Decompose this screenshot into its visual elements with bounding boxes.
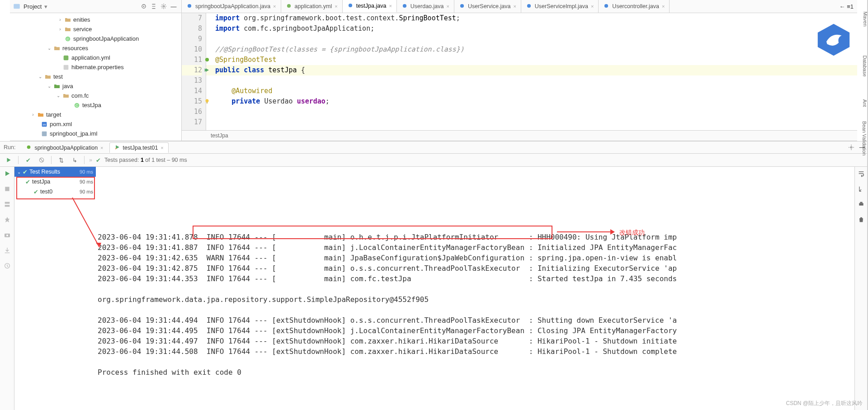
code-line[interactable]: @Autowired xyxy=(206,86,857,96)
code-line[interactable] xyxy=(206,75,857,86)
tree-folder-service[interactable]: ›service xyxy=(10,24,181,34)
svg-point-14 xyxy=(287,4,290,7)
toggle-passed-button[interactable]: ✔ xyxy=(23,155,33,165)
test-folder-icon xyxy=(53,83,61,90)
console-line: 2023-06-04 19:31:42.875 INFO 17644 --- [… xyxy=(98,263,854,273)
close-icon[interactable]: × xyxy=(100,145,103,151)
close-icon[interactable]: × xyxy=(273,4,276,9)
code-line[interactable] xyxy=(206,117,857,127)
editor-tab[interactable]: springbootJpaApplication.java× xyxy=(182,0,281,13)
tree-file-iml[interactable]: springboot_jpa.iml xyxy=(10,129,181,138)
bulb-icon[interactable] xyxy=(204,98,210,104)
stop-icon[interactable] xyxy=(2,184,12,194)
tree-file-pom[interactable]: mpom.xml xyxy=(10,119,181,129)
collapse-button[interactable] xyxy=(149,1,159,11)
project-tree[interactable]: ›enities ›service CspringbootJpaApplicat… xyxy=(10,13,181,141)
stripe-bean[interactable]: Bean Validation xyxy=(862,121,867,156)
svg-text:C: C xyxy=(75,103,78,107)
tab-label: testJpa.java xyxy=(356,3,387,9)
editor-tab[interactable]: UserServiceImpl.java× xyxy=(521,0,599,13)
tree-file-testjpa[interactable]: CtestJpa xyxy=(10,100,181,110)
console-line: 2023-06-04 19:31:44.494 INFO 17644 --- [… xyxy=(98,315,854,325)
folder-icon xyxy=(37,111,44,118)
editor-tab[interactable]: application.yml× xyxy=(281,0,343,13)
console-line: 2023-06-04 19:31:44.353 INFO 17644 --- [… xyxy=(98,273,854,284)
editor-pane: springbootJpaApplication.java×applicatio… xyxy=(182,0,857,141)
console-line: 2023-06-04 19:31:41.887 INFO 17644 --- [… xyxy=(98,242,854,253)
stripe-maven[interactable]: Maven xyxy=(862,11,868,26)
close-icon[interactable]: × xyxy=(389,3,392,9)
tree-folder-resources[interactable]: ⌄resources xyxy=(10,43,181,53)
yaml-icon xyxy=(62,54,70,61)
expand-button[interactable]: ↳ xyxy=(70,155,80,165)
tree-folder-test[interactable]: ⌄test xyxy=(10,72,181,81)
tree-folder-java[interactable]: ⌄java xyxy=(10,81,181,91)
code-line[interactable]: public class testJpa { xyxy=(206,65,857,75)
tabs-overflow[interactable]: ← ≡1 xyxy=(840,3,854,10)
tree-folder-target[interactable]: ›target xyxy=(10,110,181,119)
test-tree[interactable]: ⌄✔Test Results90 ms✔testJpa90 ms✔test090… xyxy=(14,167,96,410)
test-tree-row[interactable]: ✔test090 ms xyxy=(14,187,96,197)
run-tab[interactable]: testJpa.test01× xyxy=(109,142,169,153)
hide-button[interactable]: — xyxy=(169,1,179,11)
console-output[interactable]: 改错成功 2023-06-04 19:31:41.878 INFO 17644 … xyxy=(96,167,854,410)
test-tree-row[interactable]: ✔testJpa90 ms xyxy=(14,177,96,187)
sort-button[interactable]: ⇅ xyxy=(56,155,66,165)
close-icon[interactable]: × xyxy=(446,4,449,9)
editor-tab[interactable]: testJpa.java× xyxy=(343,0,397,13)
clear-icon[interactable] xyxy=(856,215,866,225)
run-config-icon xyxy=(114,144,120,151)
close-icon[interactable]: × xyxy=(662,4,665,9)
pin-icon[interactable] xyxy=(2,215,12,225)
stripe-ant[interactable]: Ant xyxy=(863,99,868,107)
camera-icon[interactable] xyxy=(2,230,12,240)
editor-tab[interactable]: Usercontroller.java× xyxy=(599,0,670,13)
tab-label: Usercontroller.java xyxy=(612,3,659,9)
svg-rect-7 xyxy=(64,65,69,70)
soft-wrap-icon[interactable] xyxy=(856,169,866,179)
layout-icon[interactable] xyxy=(2,199,12,209)
run-gutter-icon[interactable] xyxy=(204,67,210,73)
code-line[interactable]: import com.fc.springbootJpaApplication; xyxy=(206,24,857,34)
svg-point-3 xyxy=(163,5,165,7)
test-tree-row[interactable]: ⌄✔Test Results90 ms xyxy=(14,167,96,177)
tree-file-hibprops[interactable]: hibernate.properties xyxy=(10,62,181,72)
close-icon[interactable]: × xyxy=(160,145,163,151)
run-settings-button[interactable] xyxy=(846,142,856,152)
gear-button[interactable] xyxy=(159,1,169,11)
tree-package-comfc[interactable]: ⌄com.fc xyxy=(10,91,181,100)
print-icon[interactable] xyxy=(856,199,866,209)
code-line[interactable]: private Userdao userdao; xyxy=(206,96,857,107)
stripe-database[interactable]: Database xyxy=(862,55,867,76)
toggle-ignored-button[interactable] xyxy=(37,155,47,165)
editor-tabbar[interactable]: springbootJpaApplication.java×applicatio… xyxy=(182,0,857,13)
locate-button[interactable] xyxy=(139,1,149,11)
editor-tab[interactable]: Userdao.java× xyxy=(397,0,454,13)
tree-folder-enities[interactable]: ›enities xyxy=(10,15,181,24)
history-icon[interactable] xyxy=(2,261,12,271)
console-line xyxy=(98,357,854,367)
code-line[interactable] xyxy=(206,107,857,117)
run-config-icon xyxy=(26,144,32,151)
code-line[interactable] xyxy=(206,34,857,44)
svg-point-16 xyxy=(403,4,406,7)
svg-point-28 xyxy=(850,146,852,148)
rerun-button[interactable] xyxy=(4,155,14,165)
code-editor[interactable]: 7891011121314151617 import org.springfra… xyxy=(182,13,857,130)
code-line[interactable]: import org.springframework.boot.test.con… xyxy=(206,13,857,24)
annotation-arrow xyxy=(557,231,611,232)
run-tab[interactable]: springbootJpaApplication× xyxy=(21,142,108,153)
tree-file-appyml[interactable]: application.yml xyxy=(10,53,181,62)
rerun-icon[interactable] xyxy=(2,169,12,179)
export-icon[interactable] xyxy=(2,245,12,255)
tree-file-springapp[interactable]: CspringbootJpaApplication xyxy=(10,34,181,43)
close-icon[interactable]: × xyxy=(335,4,337,9)
tab-label: springbootJpaApplication.java xyxy=(195,3,270,9)
editor-tab[interactable]: UserService.java× xyxy=(454,0,521,13)
code-line[interactable]: @SpringBootTest xyxy=(206,55,857,65)
breadcrumb[interactable]: testJpa xyxy=(211,132,228,139)
scroll-end-icon[interactable] xyxy=(856,184,866,194)
code-line[interactable]: //@SpringBootTest(classes = {springbootJ… xyxy=(206,44,857,55)
close-icon[interactable]: × xyxy=(591,4,594,9)
close-icon[interactable]: × xyxy=(513,4,516,9)
